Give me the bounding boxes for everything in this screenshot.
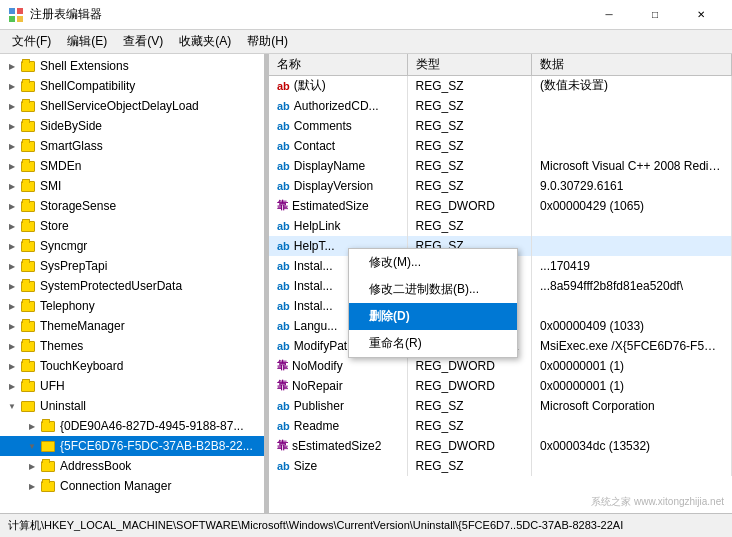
menu-item[interactable]: 查看(V) — [115, 31, 171, 52]
table-row[interactable]: 靠 NoRepairREG_DWORD0x00000001 (1) — [269, 376, 732, 396]
tree-item[interactable]: ▶SystemProtectedUserData — [0, 276, 264, 296]
table-row[interactable]: ab DisplayNameREG_SZMicrosoft Visual C++… — [269, 156, 732, 176]
cell-type: REG_SZ — [407, 136, 531, 156]
tree-item[interactable]: ▼{5FCE6D76-F5DC-37AB-B2B8-22... — [0, 436, 264, 456]
tree-item-label: Store — [40, 219, 69, 233]
tree-item[interactable]: ▶SysPrepTapi — [0, 256, 264, 276]
table-row[interactable]: ab SizeREG_SZ — [269, 456, 732, 476]
ab-icon: ab — [277, 340, 290, 352]
ab-red-icon: ab — [277, 80, 290, 92]
folder-icon — [40, 479, 56, 493]
table-row[interactable]: ab HelpLinkREG_SZ — [269, 216, 732, 236]
table-row[interactable]: ab ContactREG_SZ — [269, 136, 732, 156]
reg-name: Instal... — [294, 259, 333, 273]
reg-icon: ab Instal... — [277, 299, 333, 313]
tree-item[interactable]: ▶AddressBook — [0, 456, 264, 476]
context-menu-item-r[interactable]: 重命名(R) — [349, 330, 517, 357]
ab-icon: ab — [277, 160, 290, 172]
menu-item[interactable]: 文件(F) — [4, 31, 59, 52]
table-row[interactable]: 靠 sEstimatedSize2REG_DWORD0x000034dc (13… — [269, 436, 732, 456]
cell-name: ab Readme — [269, 416, 407, 436]
expand-icon: ▶ — [24, 418, 40, 434]
tree-item[interactable]: ▶ShellServiceObjectDelayLoad — [0, 96, 264, 116]
table-row[interactable]: ab CommentsREG_SZ — [269, 116, 732, 136]
tree-content[interactable]: ▶Shell Extensions▶ShellCompatibility▶She… — [0, 54, 264, 513]
reg-icon: ab Readme — [277, 419, 339, 433]
table-row[interactable]: 靠 EstimatedSizeREG_DWORD0x00000429 (1065… — [269, 196, 732, 216]
reg-icon: ab Langu... — [277, 319, 337, 333]
table-row[interactable]: 靠 NoModifyREG_DWORD0x00000001 (1) — [269, 356, 732, 376]
cell-type: REG_SZ — [407, 116, 531, 136]
minimize-button[interactable]: ─ — [586, 0, 632, 30]
reg-name: Readme — [294, 419, 339, 433]
cell-type: REG_SZ — [407, 456, 531, 476]
watermark: 系统之家 www.xitongzhijia.net — [591, 495, 724, 509]
tree-item[interactable]: ▶Themes — [0, 336, 264, 356]
reg-icon: 靠 sEstimatedSize2 — [277, 438, 381, 453]
menu-item[interactable]: 收藏夹(A) — [171, 31, 239, 52]
table-row[interactable]: ab DisplayVersionREG_SZ9.0.30729.6161 — [269, 176, 732, 196]
reg-icon: ab DisplayVersion — [277, 179, 373, 193]
maximize-button[interactable]: □ — [632, 0, 678, 30]
dword-icon: 靠 — [277, 378, 288, 393]
tree-item[interactable]: ▶SMI — [0, 176, 264, 196]
tree-item[interactable]: ▶ShellCompatibility — [0, 76, 264, 96]
tree-item[interactable]: ▶Shell Extensions — [0, 56, 264, 76]
tree-item[interactable]: ▶ThemeManager — [0, 316, 264, 336]
folder-icon — [20, 199, 36, 213]
folder-icon — [20, 359, 36, 373]
cell-data — [532, 136, 732, 156]
cell-data — [532, 216, 732, 236]
table-row[interactable]: ab AuthorizedCD...REG_SZ — [269, 96, 732, 116]
title-bar: 注册表编辑器 ─ □ ✕ — [0, 0, 732, 30]
tree-item-label: Syncmgr — [40, 239, 87, 253]
ab-icon: ab — [277, 420, 290, 432]
cell-data: Microsoft Corporation — [532, 396, 732, 416]
cell-data: Microsoft Visual C++ 2008 Redis... — [532, 156, 732, 176]
table-row[interactable]: ab ReadmeREG_SZ — [269, 416, 732, 436]
tree-item[interactable]: ▶{0DE90A46-827D-4945-9188-87... — [0, 416, 264, 436]
svg-rect-3 — [17, 16, 23, 22]
cell-data — [532, 96, 732, 116]
tree-item[interactable]: ▶UFH — [0, 376, 264, 396]
tree-item-label: {5FCE6D76-F5DC-37AB-B2B8-22... — [60, 439, 253, 453]
tree-item[interactable]: ▶Syncmgr — [0, 236, 264, 256]
tree-item[interactable]: ▶SMDEn — [0, 156, 264, 176]
tree-item[interactable]: ▶SmartGlass — [0, 136, 264, 156]
folder-icon — [20, 259, 36, 273]
menu-item[interactable]: 帮助(H) — [239, 31, 296, 52]
tree-item[interactable]: ▶Connection Manager — [0, 476, 264, 496]
menu-item[interactable]: 编辑(E) — [59, 31, 115, 52]
reg-icon: ab Contact — [277, 139, 335, 153]
context-menu-item-d[interactable]: 删除(D) — [349, 303, 517, 330]
tree-item[interactable]: ▶StorageSense — [0, 196, 264, 216]
expand-icon: ▶ — [4, 218, 20, 234]
tree-item[interactable]: ▶Store — [0, 216, 264, 236]
folder-icon — [20, 179, 36, 193]
folder-icon — [40, 439, 56, 453]
context-menu-item-m[interactable]: 修改(M)... — [349, 249, 517, 276]
tree-item[interactable]: ▶Telephony — [0, 296, 264, 316]
tree-item[interactable]: ▶SideBySide — [0, 116, 264, 136]
ab-icon: ab — [277, 100, 290, 112]
context-menu-item-b[interactable]: 修改二进制数据(B)... — [349, 276, 517, 303]
dword-icon: 靠 — [277, 358, 288, 373]
reg-name: Publisher — [294, 399, 344, 413]
ab-icon: ab — [277, 180, 290, 192]
tree-item[interactable]: ▶TouchKeyboard — [0, 356, 264, 376]
reg-icon: ab (默认) — [277, 77, 326, 94]
cell-name: 靠 sEstimatedSize2 — [269, 436, 407, 456]
cell-data: MsiExec.exe /X{5FCE6D76-F5DC-... — [532, 336, 732, 356]
table-row[interactable]: ab PublisherREG_SZMicrosoft Corporation — [269, 396, 732, 416]
context-menu: 修改(M)...修改二进制数据(B)...删除(D)重命名(R) — [348, 248, 518, 358]
tree-item-label: SystemProtectedUserData — [40, 279, 182, 293]
close-button[interactable]: ✕ — [678, 0, 724, 30]
app-title: 注册表编辑器 — [30, 6, 102, 23]
folder-icon — [20, 99, 36, 113]
cell-name: ab DisplayVersion — [269, 176, 407, 196]
reg-icon: ab Size — [277, 459, 317, 473]
tree-item[interactable]: ▼Uninstall — [0, 396, 264, 416]
reg-name: Size — [294, 459, 317, 473]
cell-name: ab HelpLink — [269, 216, 407, 236]
table-row[interactable]: ab (默认)REG_SZ(数值未设置) — [269, 76, 732, 96]
